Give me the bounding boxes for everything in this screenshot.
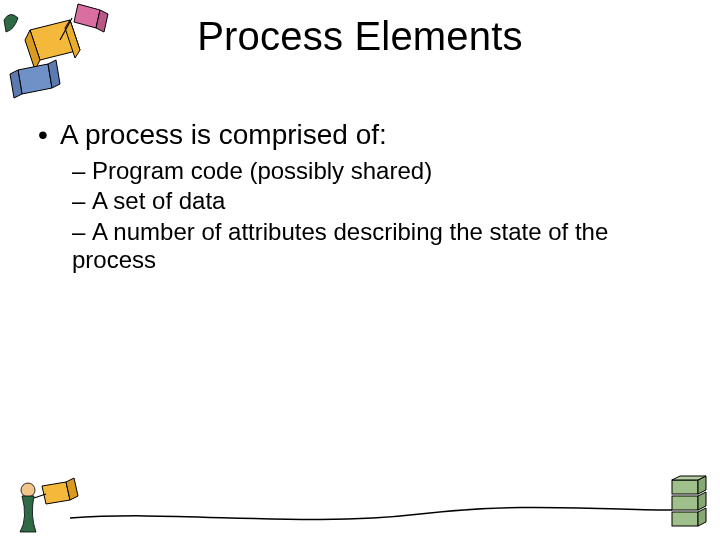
decorative-bottom-icon [0,470,720,540]
svg-point-9 [21,483,35,497]
bullet-level1-text: A process is comprised of: [60,119,387,150]
bullet-level2: –A number of attributes describing the s… [72,218,680,275]
bullet-level2-text: A set of data [92,187,225,214]
bullet-level1: •A process is comprised of: [38,118,680,151]
svg-marker-17 [698,492,706,510]
bullet-level2-text: Program code (possibly shared) [92,157,432,184]
svg-rect-16 [672,496,698,510]
svg-rect-13 [672,480,698,494]
slide: Process Elements •A process is comprised… [0,0,720,540]
bullet-dash-icon: – [72,187,92,215]
svg-marker-10 [42,482,70,504]
slide-body: •A process is comprised of: –Program cod… [38,118,680,276]
svg-marker-19 [698,508,706,526]
bullet-dash-icon: – [72,218,92,246]
bullet-level2: –A set of data [72,187,680,215]
slide-title: Process Elements [0,14,720,59]
bullet-dot-icon: • [38,118,60,151]
bullet-dash-icon: – [72,157,92,185]
svg-marker-5 [18,64,52,94]
bullet-level2: –Program code (possibly shared) [72,157,680,185]
svg-rect-18 [672,512,698,526]
bullet-level2-text: A number of attributes describing the st… [72,218,608,273]
